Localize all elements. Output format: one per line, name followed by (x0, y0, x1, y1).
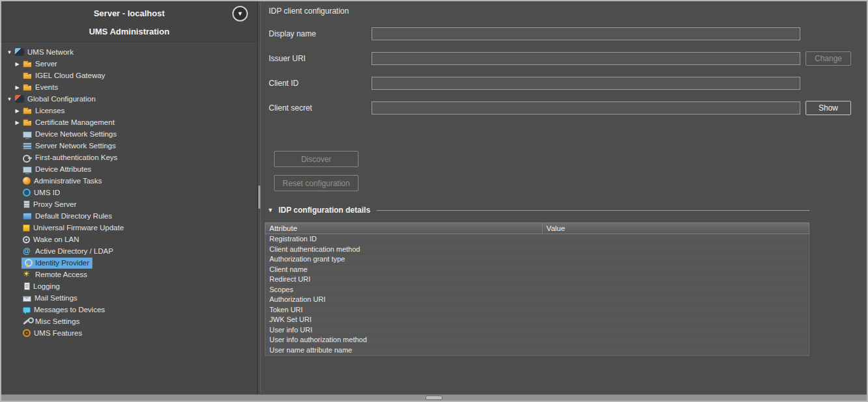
expand-arrow-icon[interactable]: ▶ (13, 85, 21, 90)
server-title: Server - localhost (1, 5, 257, 23)
tree-item-igel-cloud-gateway[interactable]: IGEL Cloud Gateway (4, 70, 254, 81)
tree-item-server[interactable]: ▶Server (4, 58, 254, 70)
show-button[interactable]: Show (806, 101, 851, 115)
splitter-handle[interactable] (258, 185, 260, 209)
resize-handle[interactable] (426, 395, 442, 400)
tree-node-content: Device Attributes (21, 164, 94, 175)
discover-button[interactable]: Discover (274, 151, 359, 167)
table-row[interactable]: JWK Set URI (265, 315, 809, 325)
table-row[interactable]: User info URI (265, 325, 809, 336)
tree-item-wake-on-lan[interactable]: Wake on LAN (4, 234, 254, 245)
table-row[interactable]: Redirect URI (265, 275, 809, 285)
tree-item-server-network-settings[interactable]: Server Network Settings (4, 140, 254, 152)
table-row[interactable]: Client name (265, 265, 809, 275)
mail-icon (23, 296, 31, 302)
logging-icon (24, 282, 30, 290)
table-row[interactable]: User info authorization method (265, 335, 809, 345)
table-row[interactable]: Token URI (265, 305, 809, 315)
tree-item-misc-settings[interactable]: Misc Settings (4, 315, 254, 327)
tree-item-remote-access[interactable]: Remote Access (4, 269, 254, 280)
table-row[interactable]: Registration ID (265, 234, 809, 245)
attribute-cell: Token URI (265, 305, 543, 315)
client-secret-label: Client secret (269, 103, 372, 113)
features-icon (23, 329, 31, 337)
tree-item-device-network-settings[interactable]: Device Network Settings (4, 128, 254, 140)
tree-item-label: Universal Firmware Update (33, 224, 124, 232)
tree-item-certificate-management[interactable]: ▶Certificate Management (4, 116, 254, 128)
column-header-value[interactable]: Value (543, 223, 809, 234)
table-row[interactable]: Authorization URI (265, 295, 809, 305)
collapse-arrow-icon[interactable]: ▼ (5, 96, 14, 102)
tree-item-first-authentication-keys[interactable]: First-authentication Keys (4, 152, 254, 163)
tree-node-content: UMS Network (14, 47, 77, 58)
attribute-cell: Redirect URI (265, 275, 543, 284)
tree-node-content: Events (21, 82, 61, 93)
change-button[interactable]: Change (806, 51, 851, 66)
reset-configuration-button[interactable]: Reset configuration (274, 175, 359, 191)
expand-arrow-icon[interactable]: ▶ (13, 120, 21, 126)
attribute-cell: User info URI (265, 325, 543, 335)
tree-item-device-attributes[interactable]: Device Attributes (4, 163, 254, 175)
panel-splitter[interactable] (258, 1, 261, 394)
table-row[interactable]: User name attribute name (265, 345, 809, 356)
issuer-uri-input[interactable] (372, 52, 800, 65)
tree-item-active-directory-ldap[interactable]: Active Directory / LDAP (4, 245, 254, 257)
client-id-input[interactable] (372, 77, 800, 90)
collapse-arrow-icon[interactable]: ▼ (267, 207, 273, 213)
tree-item-messages-to-devices[interactable]: Messages to Devices (4, 304, 254, 315)
client-secret-input[interactable] (372, 101, 800, 114)
tree-node-content: Misc Settings (21, 316, 83, 327)
expand-arrow-icon[interactable]: ▶ (13, 108, 21, 114)
tree-item-universal-firmware-update[interactable]: Universal Firmware Update (4, 222, 254, 234)
tree-item-default-directory-rules[interactable]: Default Directory Rules (4, 210, 254, 222)
tree-item-label: First-authentication Keys (35, 154, 118, 161)
display-name-input[interactable] (372, 27, 800, 40)
column-header-attribute[interactable]: Attribute (265, 223, 543, 234)
folder-icon (23, 62, 32, 68)
tree-item-events[interactable]: ▶Events (4, 81, 254, 93)
table-row[interactable]: Authorization grant type (265, 254, 809, 265)
form-row: Display name (269, 27, 856, 40)
status-bar (1, 394, 867, 401)
directory-rules-icon (23, 213, 32, 220)
tree-item-global-configuration[interactable]: ▼Global Configuration (4, 93, 254, 105)
idp-details-section: ▼ IDP configuration details Attribute Va… (265, 206, 809, 356)
server-dropdown-button[interactable]: ▼ (232, 6, 248, 21)
server-network-icon (23, 142, 32, 150)
folder-icon (23, 109, 32, 114)
tree-item-ums-features[interactable]: UMS Features (4, 327, 254, 339)
tree-item-proxy-server[interactable]: Proxy Server (4, 198, 254, 210)
form-row: Issuer URI Change (269, 51, 856, 66)
tree-item-label: Logging (33, 282, 60, 290)
tree-item-administrative-tasks[interactable]: Administrative Tasks (4, 175, 254, 187)
tree-item-label: Remote Access (35, 271, 87, 278)
table-header-row: Attribute Value (265, 222, 809, 234)
global-config-icon (15, 95, 24, 103)
idp-client-form: Display name Issuer URI Change Client ID (261, 17, 867, 126)
tree-item-ums-network[interactable]: ▼UMS Network (4, 46, 254, 58)
table-row[interactable]: Scopes (265, 285, 809, 295)
value-cell (543, 295, 809, 304)
tree-item-licenses[interactable]: ▶Licenses (4, 105, 254, 116)
chevron-down-icon: ▼ (237, 10, 243, 17)
admin-tasks-icon (23, 177, 31, 185)
client-id-label: Client ID (269, 79, 372, 88)
tree-node-content: IGEL Cloud Gateway (21, 70, 109, 81)
tree-item-identity-provider[interactable]: Identity Provider (4, 257, 254, 269)
tree-item-mail-settings[interactable]: Mail Settings (4, 292, 254, 304)
expand-arrow-icon[interactable]: ▶ (13, 61, 21, 67)
tree-node-content: Administrative Tasks (21, 176, 105, 187)
attribute-cell: User name attribute name (265, 345, 543, 356)
folder-icon (23, 120, 32, 126)
ums-console-window: Server - localhost ▼ UMS Administration … (0, 0, 868, 402)
tree-item-ums-id[interactable]: UMS ID (4, 187, 254, 198)
details-header: ▼ IDP configuration details (265, 206, 809, 215)
tree-item-label: Proxy Server (33, 200, 76, 208)
attribute-cell: User info authorization method (265, 335, 543, 345)
tree-item-logging[interactable]: Logging (4, 280, 254, 292)
table-row[interactable]: Client authentication method (265, 245, 809, 255)
collapse-arrow-icon[interactable]: ▼ (5, 49, 14, 55)
wol-icon (23, 236, 30, 243)
tree-node-content: UMS Features (21, 328, 85, 339)
tree-node-content: Licenses (21, 105, 68, 116)
